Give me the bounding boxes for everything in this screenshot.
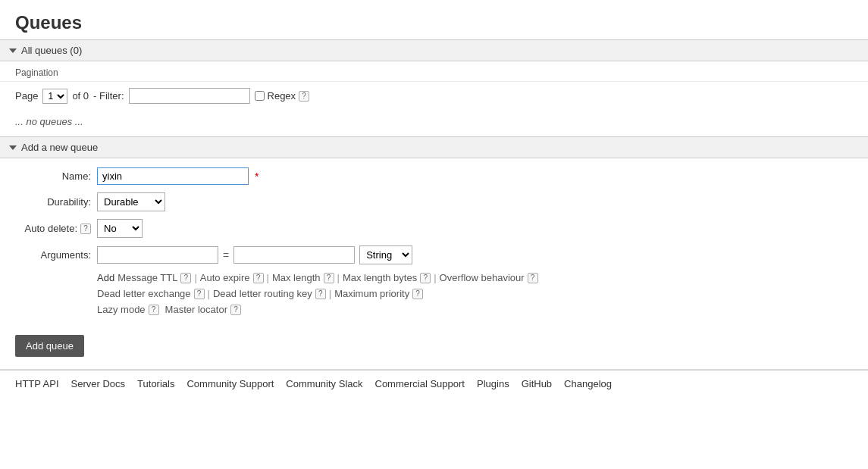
- filter-label: - Filter:: [93, 90, 124, 102]
- name-row: Name: *: [15, 167, 853, 185]
- shortcut-overflow-behaviour[interactable]: Overflow behaviour: [440, 272, 525, 283]
- shortcuts-row-2: Dead letter exchange ? | Dead letter rou…: [97, 288, 853, 299]
- arg-type-select[interactable]: String Number Boolean: [359, 245, 412, 264]
- shortcut-dead-letter-routing-key[interactable]: Dead letter routing key: [213, 288, 312, 299]
- no-queues-text: ... no queues ...: [0, 110, 868, 136]
- required-star: *: [255, 170, 259, 183]
- dead-letter-routing-key-help-icon[interactable]: ?: [315, 289, 326, 299]
- collapse-add-icon: [9, 145, 17, 150]
- footer-link-github[interactable]: GitHub: [522, 378, 552, 389]
- page-title: Queues: [0, 0, 868, 39]
- footer-link-changelog[interactable]: Changelog: [564, 378, 612, 389]
- pipe-1: |: [194, 272, 196, 283]
- auto-delete-help-icon[interactable]: ?: [80, 224, 91, 234]
- auto-delete-select[interactable]: No Yes: [97, 219, 143, 238]
- arguments-row: Arguments: = String Number Boolean: [15, 245, 853, 264]
- arg-val-input[interactable]: [233, 246, 355, 264]
- footer-link-tutorials[interactable]: Tutorials: [137, 378, 174, 389]
- shortcut-master-locator[interactable]: Master locator: [165, 304, 227, 315]
- add-queue-section-label: Add a new queue: [21, 142, 98, 153]
- page-label: Page: [15, 90, 38, 102]
- regex-help-icon[interactable]: ?: [299, 91, 309, 102]
- shortcuts-row-1: Add Message TTL ? | Auto expire ? | Max …: [97, 272, 853, 283]
- pipe-3: |: [337, 272, 340, 283]
- footer-link-commercial-support[interactable]: Commercial Support: [375, 378, 465, 389]
- arg-key-input[interactable]: [97, 246, 218, 264]
- shortcuts-row-3: Lazy mode ? Master locator ?: [97, 304, 853, 315]
- auto-delete-row: Auto delete: ? No Yes: [15, 219, 853, 238]
- auto-delete-label: Auto delete:: [25, 223, 77, 234]
- pipe-2: |: [267, 272, 269, 283]
- regex-checkbox[interactable]: [255, 91, 265, 101]
- shortcut-maximum-priority[interactable]: Maximum priority: [334, 288, 409, 299]
- master-locator-help-icon[interactable]: ?: [230, 305, 241, 315]
- add-queue-button[interactable]: Add queue: [15, 335, 84, 357]
- footer-link-community-slack[interactable]: Community Slack: [286, 378, 362, 389]
- shortcut-dead-letter-exchange[interactable]: Dead letter exchange: [97, 288, 191, 299]
- shortcut-max-length-bytes[interactable]: Max length bytes: [343, 272, 417, 283]
- shortcut-max-length[interactable]: Max length: [272, 272, 321, 283]
- pipe-4: |: [434, 272, 436, 283]
- pipe-6: |: [329, 288, 331, 299]
- add-queue-form: Name: * Durability: Durable Transient Au…: [0, 158, 868, 329]
- of-label: of 0: [72, 90, 89, 102]
- collapse-icon: [9, 48, 17, 53]
- arguments-inputs: = String Number Boolean: [97, 245, 412, 264]
- equals-sign: =: [223, 249, 229, 261]
- regex-label: Regex ?: [255, 90, 310, 102]
- pagination-label: Pagination: [0, 61, 868, 82]
- all-queues-label: All queues (0): [21, 45, 82, 56]
- name-input[interactable]: [97, 167, 249, 185]
- add-queue-section-header[interactable]: Add a new queue: [0, 136, 868, 158]
- shortcut-lazy-mode[interactable]: Lazy mode: [97, 304, 146, 315]
- auto-expire-help-icon[interactable]: ?: [253, 273, 264, 283]
- footer-link-community-support[interactable]: Community Support: [186, 378, 274, 389]
- arguments-label: Arguments:: [15, 249, 91, 261]
- add-label: Add: [97, 272, 114, 283]
- footer-link-server-docs[interactable]: Server Docs: [71, 378, 126, 389]
- filter-input[interactable]: [129, 88, 250, 104]
- footer-link-http-api[interactable]: HTTP API: [15, 378, 59, 389]
- auto-delete-label-container: Auto delete: ?: [15, 223, 91, 234]
- shortcut-message-ttl[interactable]: Message TTL: [118, 272, 177, 283]
- pipe-5: |: [208, 288, 210, 299]
- durability-row: Durability: Durable Transient: [15, 192, 853, 211]
- name-label: Name:: [15, 170, 91, 182]
- maximum-priority-help-icon[interactable]: ?: [412, 289, 423, 299]
- lazy-mode-help-icon[interactable]: ?: [149, 305, 159, 315]
- all-queues-section-header[interactable]: All queues (0): [0, 39, 868, 61]
- max-length-help-icon[interactable]: ?: [324, 273, 334, 283]
- pagination-row: Page 1 of 0 - Filter: Regex ?: [0, 82, 868, 110]
- durability-label: Durability:: [15, 196, 91, 208]
- footer: HTTP API Server Docs Tutorials Community…: [0, 370, 868, 397]
- footer-link-plugins[interactable]: Plugins: [477, 378, 509, 389]
- overflow-behaviour-help-icon[interactable]: ?: [528, 273, 538, 283]
- page-select[interactable]: 1: [42, 89, 67, 104]
- message-ttl-help-icon[interactable]: ?: [180, 273, 191, 283]
- shortcut-auto-expire[interactable]: Auto expire: [200, 272, 250, 283]
- dead-letter-exchange-help-icon[interactable]: ?: [194, 289, 205, 299]
- max-length-bytes-help-icon[interactable]: ?: [420, 273, 431, 283]
- durability-select[interactable]: Durable Transient: [97, 192, 165, 211]
